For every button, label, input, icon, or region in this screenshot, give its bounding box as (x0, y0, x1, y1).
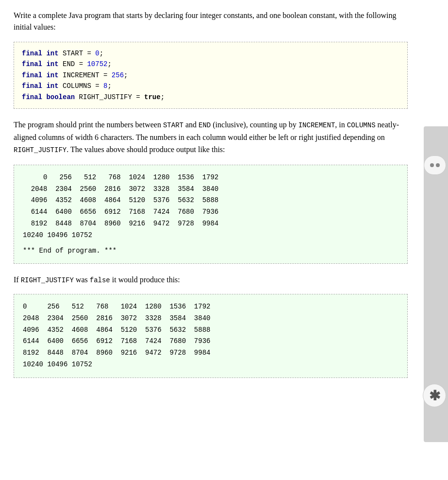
false-part1: If (14, 275, 21, 284)
output-left-row-6: 10240 10496 10752 (23, 359, 398, 371)
false-rj-mono: RIGHT_JUSTIFY (21, 276, 74, 284)
output-end-line: *** End of program. *** (23, 245, 398, 257)
false-false-mono: false (90, 276, 110, 284)
output-left-row-3: 4096 4352 4608 4864 5120 5376 5632 5888 (23, 325, 398, 336)
false-part3: it would produce this: (110, 275, 180, 284)
desc-start-mono: START (163, 121, 183, 129)
asterisk-button[interactable]: ✱ (423, 384, 446, 407)
code-line-3: final int INCREMENT = 256; (22, 70, 399, 81)
code-line-4: final int COLUMNS = 8; (22, 81, 399, 91)
desc-part4: , in (335, 120, 347, 129)
output-left-row-4: 6144 6400 6656 6912 7168 7424 7680 7936 (23, 336, 398, 347)
code-line-1: final int START = 0; (22, 48, 399, 59)
description-paragraph: The program should print the numbers bet… (14, 119, 408, 156)
output-row-4: 6144 6400 6656 6912 7168 7424 7680 7936 (23, 206, 398, 218)
output-left-row-2: 2048 2304 2560 2816 3072 3328 3584 3840 (23, 313, 398, 325)
output-left-row-5: 8192 8448 8704 8960 9216 9472 9728 9984 (23, 347, 398, 359)
desc-rj-mono: RIGHT_JUSTIFY (14, 146, 66, 154)
sidebar-dots (424, 155, 446, 175)
code-line-2: final int END = 10752; (22, 59, 399, 69)
desc-part6: . The values above should produce output… (66, 145, 225, 154)
output-row-3: 4096 4352 4608 4864 5120 5376 5632 5888 (23, 195, 398, 206)
output-row-5: 8192 8448 8704 8960 9216 9472 9728 9984 (23, 218, 398, 230)
desc-part1: The program should print the numbers bet… (14, 120, 163, 129)
intro-paragraph: Write a complete Java program that start… (14, 10, 408, 33)
output-row-2: 2048 2304 2560 2816 3072 3328 3584 3840 (23, 184, 398, 195)
output-row-1: 0 256 512 768 1024 1280 1536 1792 (23, 172, 398, 184)
desc-part3: (inclusive), counting up by (211, 120, 298, 129)
desc-part2: and (183, 120, 199, 129)
output-left-row-1: 0 256 512 768 1024 1280 1536 1792 (23, 301, 398, 313)
desc-increment-mono: INCREMENT (299, 121, 335, 129)
output-block-left: 0 256 512 768 1024 1280 1536 1792 2048 2… (14, 294, 408, 378)
desc-columns-mono: COLUMNS (347, 121, 376, 129)
dot-1 (430, 163, 434, 167)
code-line-5: final boolean RIGHT_JUSTIFY = true; (22, 92, 399, 103)
false-part2: was (74, 275, 90, 284)
code-block: final int START = 0; final int END = 107… (14, 42, 408, 109)
desc-end-mono: END (199, 121, 211, 129)
output-row-6: 10240 10496 10752 (23, 230, 398, 241)
output-block-right: 0 256 512 768 1024 1280 1536 1792 2048 2… (14, 165, 408, 264)
false-label-paragraph: If RIGHT_JUSTIFY was false it would prod… (14, 274, 408, 286)
dot-2 (436, 163, 440, 167)
